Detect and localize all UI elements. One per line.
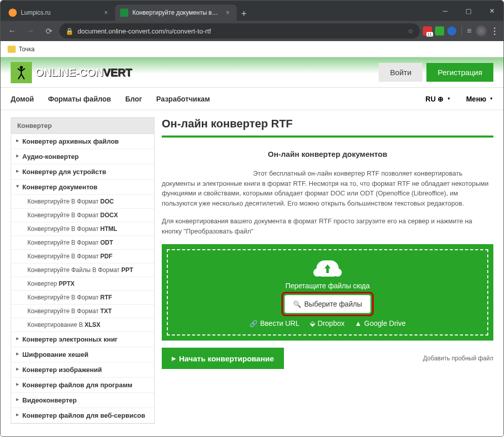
lock-icon: 🔒 xyxy=(65,27,74,35)
separator xyxy=(461,26,462,36)
folder-icon xyxy=(8,46,16,53)
sub-heading: Он-лайн конвертер документов xyxy=(162,150,493,158)
login-button[interactable]: Войти xyxy=(379,63,422,82)
browser-menu-button[interactable] xyxy=(490,27,499,35)
lang-selector[interactable]: RU xyxy=(425,95,451,103)
sidebar-item-hash[interactable]: Шифрование хешей xyxy=(11,347,154,362)
browser-titlebar: Lumpics.ru × Конвертируйте документы в ф… xyxy=(1,1,503,21)
sidebar-item-image[interactable]: Конвертер изображений xyxy=(11,362,154,378)
choose-files-button[interactable]: Выберите файлы xyxy=(284,295,371,313)
close-icon[interactable]: × xyxy=(102,9,110,16)
main-nav: Домой Форматы файлов Блог Разработчикам … xyxy=(1,88,503,110)
sidebar-subitem[interactable]: Конвертирование В XLSX xyxy=(11,318,154,332)
description-2: Для конвертирования вашего документа в ф… xyxy=(162,216,493,236)
divider xyxy=(162,136,493,138)
sidebar-subitem[interactable]: Конвертируйте В Формат DOC xyxy=(11,195,154,209)
close-window-button[interactable]: ✕ xyxy=(480,1,503,21)
extension-adblock-icon[interactable] xyxy=(423,26,432,36)
forward-button[interactable]: → xyxy=(23,23,38,39)
tab-online-convert[interactable]: Конвертируйте документы в фо × xyxy=(115,5,237,21)
close-icon[interactable]: × xyxy=(224,9,232,16)
dropbox-icon: ⬙ xyxy=(310,319,315,327)
address-bar[interactable]: 🔒 document.online-convert.com/ru/convert… xyxy=(59,23,420,39)
page-title: Он-лайн конвертер RTF xyxy=(162,117,493,130)
start-convert-button[interactable]: ▸Начать конвертирование xyxy=(162,348,284,369)
sidebar-item-archive[interactable]: Конвертер архивных файлов xyxy=(11,134,154,149)
sidebar-subitem[interactable]: Конвертируйте В Формат TXT xyxy=(11,305,154,318)
site-header: ONLINE-CONVERT Войти Регистрация xyxy=(1,57,503,88)
register-button[interactable]: Регистрация xyxy=(426,63,493,82)
enter-url-option[interactable]: Ввести URL xyxy=(249,319,300,327)
favicon-icon xyxy=(120,9,128,17)
tab-lumpics[interactable]: Lumpics.ru × xyxy=(4,5,115,21)
sidebar-item-document[interactable]: Конвертер документов xyxy=(11,180,154,195)
bookmarks-bar: Точка xyxy=(1,41,503,57)
browser-toolbar: ← → ⟳ 🔒 document.online-convert.com/ru/c… xyxy=(1,21,503,41)
new-tab-button[interactable]: + xyxy=(237,7,251,21)
sidebar-item-webservice[interactable]: Конвертер файлов для веб-сервисов xyxy=(11,408,154,423)
description-1: Этот бесплатный он-лайн конвертер RTF по… xyxy=(162,169,493,208)
globe-icon xyxy=(438,95,444,103)
sidebar-title: Конвертер xyxy=(11,118,154,134)
cloud-upload-icon xyxy=(316,260,339,277)
dropbox-option[interactable]: ⬙Dropbox xyxy=(310,319,345,327)
sidebar-subitem[interactable]: Конвертируйте Файлы В Формат PPT xyxy=(11,263,154,277)
link-icon xyxy=(249,319,258,327)
tab-title: Lumpics.ru xyxy=(21,9,98,16)
logo-text: ONLINE-CONVERT xyxy=(35,66,132,79)
extension-blue-icon[interactable] xyxy=(447,26,456,36)
chevron-right-icon: ▸ xyxy=(172,354,176,363)
extension-music-icon[interactable] xyxy=(435,26,444,36)
nav-home[interactable]: Домой xyxy=(11,95,34,103)
back-button[interactable]: ← xyxy=(5,23,20,39)
tab-title: Конвертируйте документы в фо xyxy=(132,9,220,16)
sidebar-subitem[interactable]: Конвертируйте В Формат PDF xyxy=(11,250,154,263)
window-controls: ─ ▢ ✕ xyxy=(434,1,503,21)
bookmark-item[interactable]: Точка xyxy=(19,46,34,53)
gdrive-option[interactable]: ▲Google Drive xyxy=(354,319,406,327)
sidebar-subitem[interactable]: Конвертер PPTX xyxy=(11,277,154,291)
reading-list-icon[interactable] xyxy=(467,26,473,36)
profile-avatar[interactable] xyxy=(476,25,487,37)
main-content: Он-лайн конвертер RTF Он-лайн конвертер … xyxy=(162,117,493,424)
page-content: ONLINE-CONVERT Войти Регистрация Домой Ф… xyxy=(1,57,503,437)
svg-point-0 xyxy=(20,66,23,69)
url-text: document.online-convert.com/ru/convert-t… xyxy=(78,27,404,35)
nav-formats[interactable]: Форматы файлов xyxy=(48,95,111,103)
gdrive-icon: ▲ xyxy=(354,319,362,327)
dropzone-text: Перетащите файлы сюда xyxy=(178,282,477,290)
sidebar-subitem[interactable]: Конвертируйте В Формат ODT xyxy=(11,236,154,250)
logo-icon xyxy=(11,62,32,83)
sidebar: Конвертер Конвертер архивных файлов Ауди… xyxy=(11,117,155,424)
sidebar-subitem[interactable]: Конвертируйте В Формат HTML xyxy=(11,222,154,236)
sidebar-item-audio[interactable]: Аудио-конвертер xyxy=(11,149,154,164)
maximize-button[interactable]: ▢ xyxy=(457,1,480,21)
favicon-icon xyxy=(9,9,17,17)
bookmark-star-icon[interactable]: ☆ xyxy=(408,27,414,35)
sidebar-subitem[interactable]: Конвертируйте В Формат RTF xyxy=(11,291,154,305)
add-sample-link[interactable]: Добавить пробный файл xyxy=(423,355,493,362)
sidebar-item-software[interactable]: Конвертер файлов для программ xyxy=(11,378,154,393)
sidebar-subitem[interactable]: Конвертируйте В Формат DOCX xyxy=(11,209,154,222)
minimize-button[interactable]: ─ xyxy=(434,1,457,21)
reload-button[interactable]: ⟳ xyxy=(41,23,56,39)
sidebar-item-ebook[interactable]: Конвертер электронных книг xyxy=(11,332,154,347)
sidebar-item-video[interactable]: Видеоконвертер xyxy=(11,393,154,408)
nav-developers[interactable]: Разработчикам xyxy=(156,95,210,103)
search-icon xyxy=(293,300,301,308)
nav-blog[interactable]: Блог xyxy=(125,95,142,103)
nav-menu[interactable]: Меню xyxy=(466,95,493,103)
site-logo[interactable]: ONLINE-CONVERT xyxy=(11,62,132,83)
dropzone[interactable]: Перетащите файлы сюда Выберите файлы Вве… xyxy=(162,244,493,341)
sidebar-item-device[interactable]: Конвертер для устройств xyxy=(11,164,154,180)
